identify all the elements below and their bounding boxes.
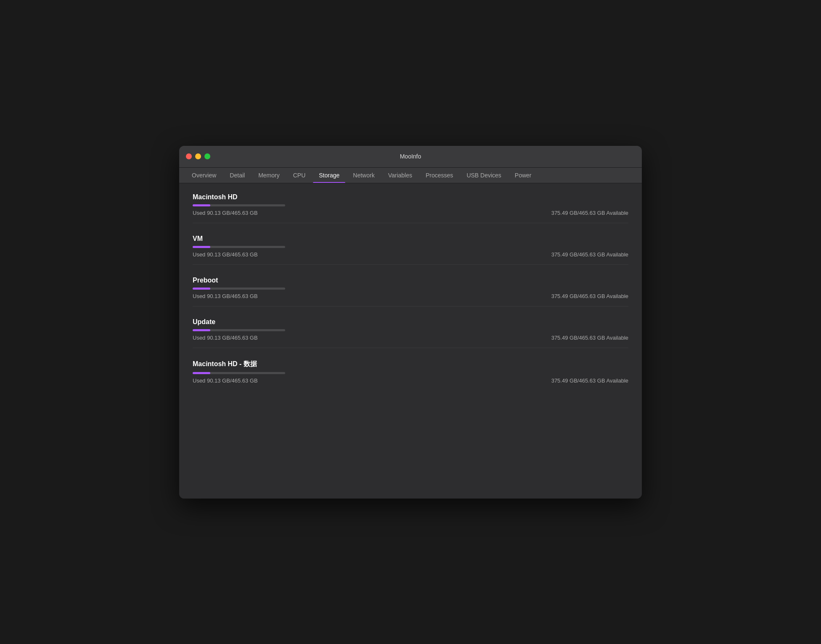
storage-stats: Used 90.13 GB/465.63 GB 375.49 GB/465.63… <box>193 251 628 265</box>
storage-name: Preboot <box>193 277 628 284</box>
storage-used: Used 90.13 GB/465.63 GB <box>193 251 258 258</box>
storage-stats: Used 90.13 GB/465.63 GB 375.49 GB/465.63… <box>193 335 628 348</box>
tab-power[interactable]: Power <box>509 168 538 183</box>
storage-item-preboot: Preboot Used 90.13 GB/465.63 GB 375.49 G… <box>193 277 628 306</box>
progress-bar <box>193 204 210 206</box>
storage-available: 375.49 GB/465.63 GB Available <box>551 251 628 258</box>
storage-name: Macintosh HD - 数据 <box>193 360 628 369</box>
minimize-button[interactable] <box>195 153 201 159</box>
close-button[interactable] <box>186 153 192 159</box>
progress-bar-container <box>193 329 285 331</box>
storage-available: 375.49 GB/465.63 GB Available <box>551 210 628 216</box>
storage-stats: Used 90.13 GB/465.63 GB 375.49 GB/465.63… <box>193 293 628 306</box>
storage-item-update: Update Used 90.13 GB/465.63 GB 375.49 GB… <box>193 318 628 348</box>
maximize-button[interactable] <box>204 153 210 159</box>
storage-used: Used 90.13 GB/465.63 GB <box>193 293 258 299</box>
tab-detail[interactable]: Detail <box>224 168 251 183</box>
titlebar: MooInfo <box>179 146 642 168</box>
storage-name: Update <box>193 318 628 326</box>
progress-bar <box>193 288 210 290</box>
tab-network[interactable]: Network <box>347 168 380 183</box>
progress-bar <box>193 246 210 248</box>
tab-usb-devices[interactable]: USB Devices <box>461 168 507 183</box>
progress-bar-container <box>193 372 285 374</box>
progress-bar-container <box>193 204 285 206</box>
storage-item-macintosh-hd: Macintosh HD Used 90.13 GB/465.63 GB 375… <box>193 193 628 223</box>
storage-used: Used 90.13 GB/465.63 GB <box>193 335 258 341</box>
storage-available: 375.49 GB/465.63 GB Available <box>551 377 628 384</box>
progress-bar-container <box>193 288 285 290</box>
tab-storage[interactable]: Storage <box>313 168 345 183</box>
traffic-lights <box>186 153 210 159</box>
tab-variables[interactable]: Variables <box>382 168 418 183</box>
app-window: MooInfo Overview Detail Memory CPU Stora… <box>179 146 642 499</box>
storage-stats: Used 90.13 GB/465.63 GB 375.49 GB/465.63… <box>193 210 628 223</box>
tab-memory[interactable]: Memory <box>252 168 286 183</box>
tab-processes[interactable]: Processes <box>420 168 459 183</box>
content-area: Macintosh HD Used 90.13 GB/465.63 GB 375… <box>179 183 642 499</box>
tab-bar: Overview Detail Memory CPU Storage Netwo… <box>179 168 642 183</box>
storage-item-vm: VM Used 90.13 GB/465.63 GB 375.49 GB/465… <box>193 235 628 265</box>
progress-bar <box>193 329 210 331</box>
window-title: MooInfo <box>400 153 421 160</box>
storage-name: Macintosh HD <box>193 193 628 201</box>
tab-cpu[interactable]: CPU <box>287 168 312 183</box>
storage-stats: Used 90.13 GB/465.63 GB 375.49 GB/465.63… <box>193 377 628 391</box>
progress-bar-container <box>193 246 285 248</box>
storage-available: 375.49 GB/465.63 GB Available <box>551 293 628 299</box>
storage-name: VM <box>193 235 628 243</box>
storage-available: 375.49 GB/465.63 GB Available <box>551 335 628 341</box>
storage-used: Used 90.13 GB/465.63 GB <box>193 210 258 216</box>
storage-used: Used 90.13 GB/465.63 GB <box>193 377 258 384</box>
progress-bar <box>193 372 210 374</box>
storage-item-macintosh-hd-data: Macintosh HD - 数据 Used 90.13 GB/465.63 G… <box>193 360 628 391</box>
tab-overview[interactable]: Overview <box>186 168 222 183</box>
